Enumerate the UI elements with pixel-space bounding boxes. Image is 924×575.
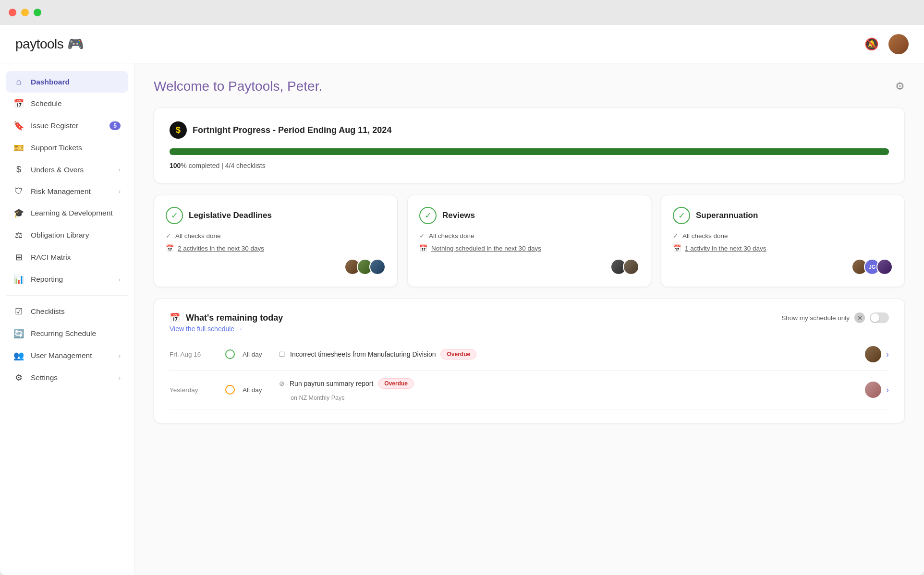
superannuation-title: Superannuation (696, 211, 758, 220)
sidebar-item-risk-management[interactable]: 🛡 Risk Management › (6, 180, 128, 202)
sidebar: ⌂ Dashboard 📅 Schedule 🔖 Issue Register … (0, 63, 134, 575)
superannuation-card: ✓ Superannuation ✓ All checks done 📅 1 a… (661, 195, 905, 287)
schedule-description-1: ☐ Incorrect timesheets from Manufacturin… (279, 349, 857, 359)
schedule-description-2: ⊘ Run payrun summary report Overdue on N… (279, 378, 857, 401)
reviews-avatars (419, 259, 639, 275)
sidebar-item-obligation-library[interactable]: ⚖ Obligation Library (6, 224, 128, 246)
minimize-button[interactable] (21, 9, 29, 16)
legislative-title-row: ✓ Legislative Deadlines (166, 207, 386, 224)
graduation-icon: 🎓 (13, 208, 24, 218)
sidebar-item-support-tickets[interactable]: 🎫 Support Tickets (6, 137, 128, 159)
legislative-deadlines-card: ✓ Legislative Deadlines ✓ All checks don… (154, 195, 398, 287)
bell-icon[interactable]: 🔕 (864, 37, 879, 51)
schedule-right-1: › (865, 346, 889, 362)
sidebar-divider (6, 295, 128, 296)
reviews-check-icon: ✓ (419, 207, 437, 224)
sidebar-item-label: Settings (31, 373, 112, 382)
chevron-right-icon: › (119, 374, 121, 382)
chevron-row-icon-2[interactable]: › (886, 385, 889, 395)
superannuation-title-row: ✓ Superannuation (673, 207, 893, 224)
settings-gear-icon[interactable]: ⚙ (895, 80, 905, 93)
category-cards-row: ✓ Legislative Deadlines ✓ All checks don… (154, 195, 905, 287)
progress-title-text: Fortnight Progress - Period Ending Aug 1… (193, 125, 391, 135)
show-my-schedule-toggle[interactable] (870, 312, 889, 323)
maximize-button[interactable] (34, 9, 41, 16)
schedule-item-icon-1: ☐ (279, 350, 285, 358)
close-button[interactable] (9, 9, 16, 16)
logo-icon: 🎮 (67, 36, 84, 52)
legislative-title: Legislative Deadlines (189, 211, 272, 220)
progress-card-title: $ Fortnight Progress - Period Ending Aug… (170, 121, 889, 139)
sidebar-item-settings[interactable]: ⚙ Settings › (6, 367, 128, 389)
reviews-schedule: 📅 Nothing scheduled in the next 30 days (419, 244, 639, 252)
schedule-desc-row-2: ⊘ Run payrun summary report Overdue (279, 378, 414, 389)
schedule-date-1: Fri, Aug 16 (170, 351, 218, 358)
schedule-avatar-1 (865, 346, 881, 362)
checklist-icon: ☑ (13, 306, 24, 317)
sidebar-item-reporting[interactable]: 📊 Reporting › (6, 268, 128, 290)
schedule-time-2: All day (243, 386, 271, 394)
progress-bar-background (170, 148, 889, 155)
titlebar (0, 0, 924, 25)
superannuation-schedule-link[interactable]: 1 activity in the next 30 days (685, 245, 766, 252)
legislative-checks-done: ✓ All checks done (166, 232, 386, 240)
logo: paytools 🎮 (15, 36, 84, 52)
superannuation-schedule: 📅 1 activity in the next 30 days (673, 244, 893, 252)
calendar-remaining-icon: 📅 (170, 312, 180, 323)
schedule-row-2: Yesterday All day ⊘ Run payrun summary r… (170, 371, 889, 409)
sidebar-item-raci-matrix[interactable]: ⊞ RACI Matrix (6, 246, 128, 268)
legislative-avatars (166, 259, 386, 275)
toggle-label: Show my schedule only (781, 314, 850, 322)
toggle-x-button[interactable]: ✕ (854, 312, 865, 323)
sidebar-item-dashboard[interactable]: ⌂ Dashboard (6, 71, 128, 93)
sidebar-item-label: Risk Management (31, 187, 112, 196)
welcome-title: Welcome to Paytools, Peter. (154, 79, 322, 94)
reviews-title: Reviews (442, 211, 475, 220)
sidebar-item-label: User Management (31, 351, 112, 360)
fortnight-icon: $ (170, 121, 187, 139)
grid-icon: ⊞ (13, 252, 24, 263)
superannuation-avatars: JG (673, 259, 893, 275)
view-schedule-link[interactable]: View the full schedule → (170, 325, 283, 333)
gear-sidebar-icon: ⚙ (13, 372, 24, 383)
calendar-icon: 📅 (13, 98, 24, 109)
app: paytools 🎮 🔕 ⌂ Dashboard 📅 Schedule (0, 25, 924, 575)
schedule-date-2: Yesterday (170, 386, 218, 394)
window: paytools 🎮 🔕 ⌂ Dashboard 📅 Schedule (0, 0, 924, 575)
sidebar-item-user-management[interactable]: 👥 User Management › (6, 345, 128, 367)
sidebar-item-label: Learning & Development (31, 209, 121, 217)
header: paytools 🎮 🔕 (0, 25, 924, 63)
reviews-checks-done: ✓ All checks done (419, 232, 639, 240)
avatar-3 (369, 259, 386, 275)
legislative-check-icon: ✓ (166, 207, 183, 224)
sidebar-item-label: RACI Matrix (31, 253, 121, 262)
legislative-schedule-link[interactable]: 2 activities in the next 30 days (178, 245, 264, 252)
sidebar-item-label: Recurring Schedule (31, 329, 121, 338)
chevron-right-icon: › (119, 276, 121, 283)
sidebar-item-recurring-schedule[interactable]: 🔄 Recurring Schedule (6, 323, 128, 345)
sidebar-item-label: Support Tickets (31, 144, 121, 152)
toggle-knob (871, 313, 879, 322)
check-icon: ✓ (673, 232, 679, 240)
checks-done-label: All checks done (429, 232, 474, 240)
issue-badge: 5 (109, 121, 121, 130)
sidebar-item-label: Unders & Overs (31, 166, 112, 174)
avatar-7 (876, 259, 893, 275)
avatar[interactable] (888, 34, 909, 54)
sidebar-item-issue-register[interactable]: 🔖 Issue Register 5 (6, 115, 128, 137)
sidebar-item-unders-overs[interactable]: $ Unders & Overs › (6, 159, 128, 180)
chevron-row-icon-1[interactable]: › (886, 349, 889, 359)
chevron-right-icon: › (119, 352, 121, 359)
sidebar-item-checklists[interactable]: ☑ Checklists (6, 300, 128, 323)
check-icon: ✓ (166, 232, 171, 240)
checks-done-label: All checks done (682, 232, 728, 240)
sidebar-item-label: Issue Register (31, 121, 103, 130)
sidebar-item-schedule[interactable]: 📅 Schedule (6, 93, 128, 115)
sidebar-item-label: Checklists (31, 307, 121, 316)
sidebar-item-label: Obligation Library (31, 231, 121, 240)
sidebar-item-learning-development[interactable]: 🎓 Learning & Development (6, 202, 128, 224)
superannuation-checks-done: ✓ All checks done (673, 232, 893, 240)
reviews-schedule-link[interactable]: Nothing scheduled in the next 30 days (431, 245, 541, 252)
chart-icon: 📊 (13, 274, 24, 285)
shield-icon: 🛡 (13, 186, 24, 196)
